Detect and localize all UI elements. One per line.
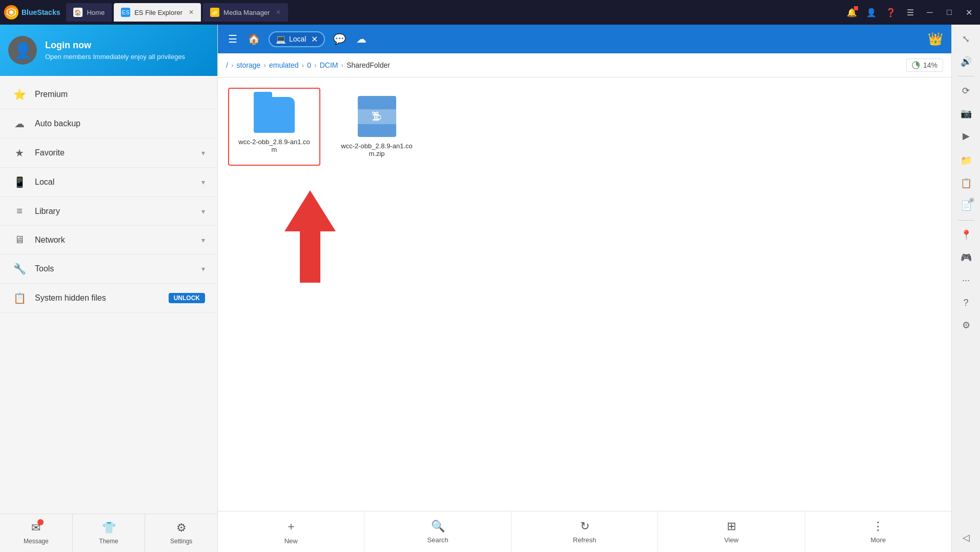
bs-back-btn[interactable]: ◁: [956, 527, 976, 548]
footer-theme-btn[interactable]: 👕 Theme: [73, 514, 146, 552]
file-item-folder-wcc[interactable]: wcc-2-obb_2.8.9-an1.com: [228, 88, 320, 166]
sidebar-item-favorite[interactable]: ★ Favorite ▾: [0, 139, 217, 168]
home-tab-icon: 🏠: [73, 8, 83, 17]
storage-badge: 14%: [906, 58, 943, 72]
hamburger-btn[interactable]: ☰: [226, 31, 239, 47]
sidebar-item-auto-backup[interactable]: ☁ Auto backup: [0, 109, 217, 139]
close-btn[interactable]: ✕: [962, 5, 976, 19]
svg-marker-3: [284, 190, 336, 283]
bs-location-btn[interactable]: 📍: [956, 225, 976, 245]
login-info: Login now Open members Immediately enjoy…: [45, 40, 185, 61]
sidebar-item-local[interactable]: 📱 Local ▾: [0, 168, 217, 197]
folder-name: wcc-2-obb_2.8.9-an1.com: [237, 138, 311, 153]
tab-media-manager[interactable]: 📁 Media Manager ✕: [203, 3, 288, 22]
sidebar-item-library[interactable]: ≡ Library ▾: [0, 197, 217, 226]
more-label: More: [871, 536, 886, 544]
crown-icon[interactable]: 👑: [928, 32, 943, 46]
breadcrumb-root[interactable]: /: [226, 61, 228, 69]
nav-item-network-left: 🖥 Network: [12, 234, 65, 246]
avatar-icon: 👤: [13, 42, 32, 60]
library-chevron: ▾: [201, 207, 205, 215]
sidebar-item-system-hidden[interactable]: 📋 System hidden files UNLOCK: [0, 284, 217, 313]
bs-screenshot-btn[interactable]: 📷: [956, 103, 976, 124]
tab-es-close[interactable]: ✕: [189, 9, 194, 16]
bs-copy-btn[interactable]: 📋: [956, 173, 976, 193]
refresh-btn[interactable]: ↻ Refresh: [512, 511, 658, 552]
more-btn[interactable]: ⋮ More: [805, 511, 951, 552]
breadcrumb-dcim[interactable]: DCIM: [320, 61, 338, 69]
bs-dots-btn[interactable]: ···: [956, 270, 976, 290]
bs-volume-btn[interactable]: 🔊: [956, 51, 976, 72]
library-icon: ≡: [12, 205, 27, 217]
cloud-icon-btn[interactable]: ☁: [354, 31, 369, 47]
home-btn[interactable]: 🏠: [246, 31, 262, 47]
local-tab-pill[interactable]: 💻 Local ✕: [269, 31, 325, 47]
message-badge: [37, 519, 44, 525]
sidebar: 👤 Login now Open members Immediately enj…: [0, 25, 218, 552]
sidebar-header[interactable]: 👤 Login now Open members Immediately enj…: [0, 25, 217, 76]
footer-settings-label: Settings: [170, 538, 192, 545]
refresh-label: Refresh: [573, 536, 597, 544]
footer-message-btn[interactable]: ✉ Message: [0, 514, 73, 552]
nav-label-premium: Premium: [35, 90, 68, 99]
network-icon: 🖥: [12, 234, 27, 246]
bs-gear-btn[interactable]: ⚙: [956, 315, 976, 336]
new-icon: ＋: [285, 519, 297, 534]
local-tab-close[interactable]: ✕: [311, 34, 318, 44]
view-icon: ⊞: [727, 520, 736, 533]
favorite-icon: ★: [12, 147, 27, 159]
tab-mm-label: Media Manager: [223, 9, 270, 16]
bs-help-btn[interactable]: ?: [956, 292, 976, 313]
sep3: ›: [302, 61, 304, 69]
nav-item-library-left: ≡ Library: [12, 205, 60, 217]
breadcrumb-emulated[interactable]: emulated: [269, 61, 299, 69]
footer-settings-btn[interactable]: ⚙ Settings: [145, 514, 217, 552]
premium-icon: ⭐: [12, 88, 27, 101]
bs-controls-btn[interactable]: 🎮: [956, 247, 976, 268]
zip-stripe: 🗜: [358, 109, 396, 124]
bs-paste-btn[interactable]: 📄 ≡: [956, 195, 976, 216]
help-btn[interactable]: ❓: [884, 5, 898, 19]
notification-btn[interactable]: 🔔: [845, 5, 859, 19]
zip-icon-wrapper: 🗜: [358, 96, 396, 137]
new-btn[interactable]: ＋ New: [218, 511, 364, 552]
bs-record-btn[interactable]: ▶: [956, 126, 976, 146]
sidebar-nav: ⭐ Premium ☁ Auto backup ★ Favorite ▾: [0, 76, 217, 514]
nav-label-local: Local: [35, 178, 54, 187]
sidebar-item-premium[interactable]: ⭐ Premium: [0, 80, 217, 109]
maximize-btn[interactable]: □: [942, 5, 956, 19]
breadcrumb-0[interactable]: 0: [307, 61, 311, 69]
new-label: New: [284, 537, 298, 545]
chat-icon-btn[interactable]: 💬: [331, 31, 348, 47]
file-item-zip-wcc[interactable]: 🗜 wcc-2-obb_2.8.9-an1.com.zip: [331, 88, 423, 166]
bluestacks-logo: BlueStacks: [4, 5, 60, 19]
sep4: ›: [314, 61, 317, 69]
tab-es-file-explorer[interactable]: ES ES File Explorer ✕: [114, 3, 201, 22]
view-btn[interactable]: ⊞ View: [658, 511, 805, 552]
sidebar-item-network[interactable]: 🖥 Network ▾: [0, 226, 217, 254]
breadcrumb-storage[interactable]: storage: [237, 61, 261, 69]
bs-expand-btn[interactable]: ⤡: [956, 29, 976, 49]
account-btn[interactable]: 👤: [864, 5, 879, 19]
header-right: 👑: [928, 32, 943, 46]
search-btn[interactable]: 🔍 Search: [364, 511, 511, 552]
svg-marker-1: [9, 10, 13, 14]
bs-folder-btn[interactable]: 📁: [956, 150, 976, 171]
local-tab-label: Local: [289, 35, 306, 43]
tab-mm-close[interactable]: ✕: [276, 9, 281, 16]
nav-label-favorite: Favorite: [35, 148, 65, 157]
bs-rotate-btn[interactable]: ⟳: [956, 81, 976, 101]
nav-item-backup-left: ☁ Auto backup: [12, 117, 80, 130]
tab-es-label: ES File Explorer: [134, 9, 182, 16]
favorite-chevron: ▾: [201, 149, 205, 157]
view-label: View: [724, 536, 739, 544]
tab-home[interactable]: 🏠 Home: [66, 3, 112, 22]
sep5: ›: [341, 61, 343, 69]
unlock-badge[interactable]: UNLOCK: [169, 293, 205, 303]
sidebar-item-tools[interactable]: 🔧 Tools ▾: [0, 254, 217, 284]
pie-chart-icon: [912, 61, 920, 69]
refresh-icon: ↻: [580, 520, 589, 533]
minimize-btn[interactable]: ─: [923, 5, 937, 19]
menu-btn[interactable]: ☰: [903, 5, 917, 19]
red-arrow: [279, 190, 341, 285]
